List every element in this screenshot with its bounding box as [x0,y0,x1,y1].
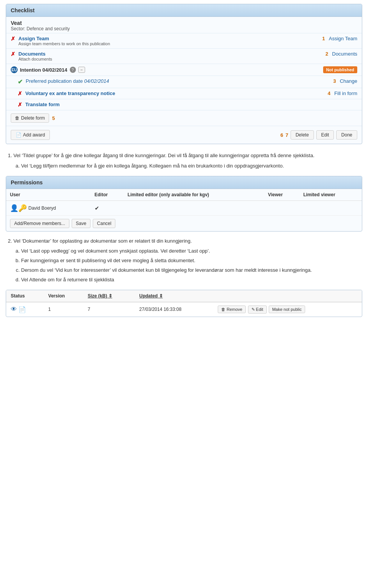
delete-form-step: 5 [52,115,55,121]
assign-team-left: ✗ Assign Team Assign team members to wor… [11,36,288,46]
award-icon: 📄 [16,132,21,138]
translate-title: Translate form [25,102,60,107]
documents-table: Status Version Size (kB) ⇕ Updated ⇕ 👁 [6,290,362,317]
edit-label: Edit [256,307,263,312]
voluntary-right: 4 Fill in form [288,90,357,96]
status-icon-x: ✗ [11,36,15,42]
permissions-row: 👤🔑 David Boeryd ✔ [6,200,362,215]
prose-item1: Vel ‘Tildel gruppe’ for å gje dine kolle… [13,153,314,158]
fill-in-form-link[interactable]: Fill in form [334,90,357,96]
preferred-date-link[interactable]: Change [340,78,357,84]
col-updated[interactable]: Updated ⇕ [135,290,213,302]
voluntary-step-num: 4 [328,90,330,96]
viewer-cell [264,200,299,215]
doc-updated: 27/03/2014 16:33:08 [139,307,181,312]
status-icon-x-translate: ✗ [18,102,22,108]
user-cell: 👤🔑 David Boeryd [6,200,91,215]
col-user: User [6,189,91,201]
make-not-public-label: Make not public [272,307,302,312]
col-limited-editor: Limited editor (only available for kgv) [124,189,264,201]
prose-item2c: Dersom du vel ‘Vid kun for interessenter… [21,266,362,274]
editor-check: ✔ [95,205,99,211]
col-version: Version [44,290,83,302]
sort-arrows-updated-icon: ⇕ [159,293,163,299]
help-icon[interactable]: ? [70,67,76,73]
save-permissions-button[interactable]: Save [72,219,90,228]
remove-doc-button[interactable]: 🗑 Remove [218,305,246,313]
size-kb-label: Size (kB) [88,293,107,299]
limited-viewer-cell [299,200,362,215]
col-limited-viewer: Limited viewer [299,189,362,201]
doc-size-cell: 7 [83,302,135,317]
doc-updated-cell: 27/03/2014 16:33:08 [135,302,213,317]
limited-editor-cell [124,200,264,215]
documents-step-num: 2 [325,51,328,57]
prose-item2: Vel ‘Dokumentar’ for opplasting av dokum… [13,238,192,244]
done-button[interactable]: Done [336,130,357,140]
document-row: 👁 📄 1 7 27/03/2014 16:33:08 🗑 Remove [6,302,362,317]
assign-team-info: Assign Team Assign team members to work … [18,36,110,46]
trash-icon: 🗑 [15,115,20,121]
documents-left: ✗ Documents Attach documents [11,51,288,61]
preferred-date-step-num: 3 [333,78,336,84]
voluntary-title: Voluntary ex ante transparency notice [25,90,115,96]
editor-cell: ✔ [91,200,124,215]
col-size-kb[interactable]: Size (kB) ⇕ [83,290,135,302]
sector-label: Sector: Defence and security [11,26,357,31]
prose-section: Vel ‘Tildel gruppe’ for å gje dine kolle… [6,152,362,170]
delete-form-label: Delete form [21,115,45,121]
documents-title: Documents [18,51,52,57]
doc-type-icon: 📄 [18,306,26,313]
sort-arrows-icon: ⇕ [108,293,112,299]
make-not-public-button[interactable]: Make not public [269,305,305,313]
bottom-row: 📄 Add award 6 7 Delete Edit Done [6,126,362,144]
assign-team-title: Assign Team [18,36,110,41]
doc-actions-cell: 🗑 Remove ✎ Edit Make not public [213,302,362,317]
remove-label: Remove [227,307,242,312]
assign-team-step-num: 1 [322,36,325,41]
checklist-title: Checklist [11,7,34,13]
checklist-row-documents: ✗ Documents Attach documents 2 Documents [6,48,362,64]
prose-item1a: Vel ‘Legg til/fjern medlemmar for å gje … [21,162,362,170]
checklist-header: Checklist [6,4,362,17]
assign-team-right: 1 Assign Team [288,36,357,41]
doc-status-cell: 👁 📄 [6,302,44,317]
checklist-pub-info: Veat Sector: Defence and security [6,17,362,33]
preferred-date-title: Preferred publication date 04/02/2014 [26,78,109,84]
status-icon-check: ✔ [18,78,23,85]
assign-team-desc: Assign team members to work on this publ… [18,41,110,46]
edit-button[interactable]: Edit [316,130,334,140]
delete-form-row: 🗑 Delete form 5 [6,110,362,126]
prose-item2b: Før kunngjeringa er sent til publisering… [21,257,362,265]
edit-icon: ✎ [251,307,255,312]
edit-doc-button[interactable]: ✎ Edit [248,305,267,314]
col-editor: Editor [91,189,124,201]
add-award-button[interactable]: 📄 Add award [11,130,50,140]
documents-link[interactable]: Documents [332,51,357,57]
prose-item2d: Vel Attende om for å returnere til sjekk… [21,276,362,284]
checklist-panel: Checklist Veat Sector: Defence and secur… [6,4,362,144]
doc-size: 7 [88,307,90,312]
col-viewer: Viewer [264,189,299,201]
delete-button[interactable]: Delete [291,130,314,140]
intention-header-row: EU Intention 04/02/2014 ? − Not publishe… [6,64,362,76]
preferred-date-right: 3 Change [288,78,357,84]
not-published-badge: Not published [323,66,357,73]
intention-collapse-button[interactable]: − [78,67,85,73]
add-award-label: Add award [23,132,45,138]
cancel-permissions-button[interactable]: Cancel [93,219,115,228]
intention-title: Intention 04/02/2014 [20,67,67,73]
assign-team-link[interactable]: Assign Team [329,36,357,41]
permissions-panel: Permissions User Editor Limited editor (… [6,176,362,232]
delete-form-button[interactable]: 🗑 Delete form [11,113,49,123]
pub-name: Veat [11,20,357,26]
step7-num: 7 [286,132,288,138]
eu-icon: EU [11,66,18,73]
checklist-row-preferred-date: ✔ Preferred publication date 04/02/2014 … [6,76,362,88]
prose-section2: Vel ‘Dokumentar’ for opplasting av dokum… [6,237,362,284]
voluntary-left: ✗ Voluntary ex ante transparency notice [18,90,288,97]
translate-info: Translate form [25,102,60,107]
documents-panel: Status Version Size (kB) ⇕ Updated ⇕ 👁 [6,290,362,317]
preferred-date-info: Preferred publication date 04/02/2014 [26,78,109,84]
add-remove-members-button[interactable]: Add/Remove members... [10,219,69,228]
